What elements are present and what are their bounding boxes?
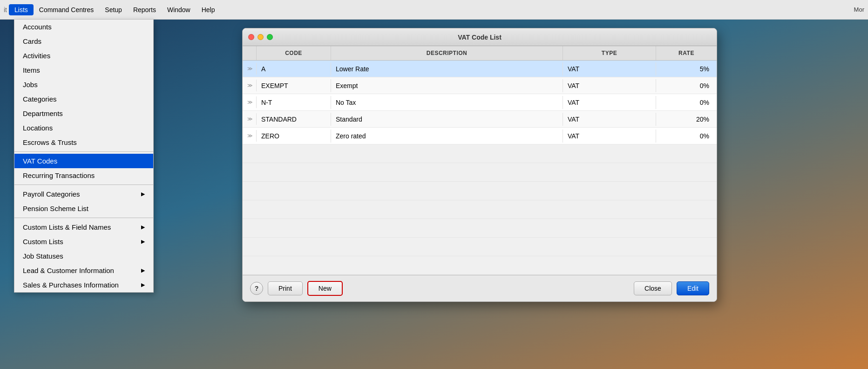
dropdown-item-jobs[interactable]: Jobs: [14, 77, 153, 92]
row-rate-2: 0%: [656, 79, 717, 92]
window-maximize-button[interactable]: [267, 34, 273, 40]
menu-window[interactable]: Window: [162, 4, 196, 15]
print-button[interactable]: Print: [268, 281, 303, 295]
lead-customer-arrow-icon: ▶: [141, 267, 145, 273]
row-rate-3: 0%: [656, 96, 717, 109]
row-code-3: N-T: [257, 96, 331, 109]
row-code-4: STANDARD: [257, 113, 331, 126]
menu-lists[interactable]: Lists: [9, 4, 34, 15]
close-button[interactable]: Close: [634, 281, 672, 295]
table-row[interactable]: ≫ EXEMPT Exempt VAT 0%: [243, 77, 717, 94]
window-titlebar: VAT Code List: [243, 28, 717, 46]
window-title: VAT Code List: [458, 34, 502, 41]
dropdown-item-custom-lists-field[interactable]: Custom Lists & Field Names ▶: [14, 220, 153, 234]
payroll-arrow-icon: ▶: [141, 191, 145, 197]
separator-2: [14, 184, 153, 185]
window-minimize-button[interactable]: [258, 34, 264, 40]
menu-command-centres[interactable]: Command Centres: [34, 4, 100, 15]
dropdown-item-sales-purchases[interactable]: Sales & Purchases Information ▶: [14, 278, 153, 292]
empty-row: [243, 200, 717, 219]
col-code: CODE: [257, 46, 331, 60]
empty-rows-area: [243, 144, 717, 275]
separator-1: [14, 151, 153, 152]
dropdown-item-payroll-categories[interactable]: Payroll Categories ▶: [14, 187, 153, 201]
row-code-2: EXEMPT: [257, 79, 331, 92]
custom-lists-field-arrow-icon: ▶: [141, 224, 145, 230]
col-arrow: [243, 46, 257, 60]
table-row[interactable]: ≫ N-T No Tax VAT 0%: [243, 94, 717, 111]
row-description-4: Standard: [331, 113, 563, 126]
row-type-1: VAT: [563, 62, 656, 75]
table-row[interactable]: ≫ A Lower Rate VAT 5%: [243, 61, 717, 77]
empty-row: [243, 163, 717, 182]
col-rate: RATE: [656, 46, 717, 60]
row-arrow-1: ≫: [243, 63, 257, 75]
dropdown-item-locations[interactable]: Locations: [14, 121, 153, 135]
dropdown-item-vat-codes[interactable]: VAT Codes: [14, 154, 153, 168]
row-code-5: ZERO: [257, 130, 331, 143]
row-rate-4: 20%: [656, 113, 717, 126]
sales-purchases-arrow-icon: ▶: [141, 282, 145, 288]
row-code-1: A: [257, 62, 331, 75]
empty-row: [243, 238, 717, 256]
dropdown-item-job-statuses[interactable]: Job Statuses: [14, 249, 153, 263]
empty-row: [243, 144, 717, 163]
dropdown-item-activities[interactable]: Activities: [14, 48, 153, 63]
new-button[interactable]: New: [307, 281, 343, 296]
menu-setup[interactable]: Setup: [99, 4, 128, 15]
table-row[interactable]: ≫ STANDARD Standard VAT 20%: [243, 111, 717, 128]
menu-more: Mor: [854, 6, 864, 13]
row-type-3: VAT: [563, 96, 656, 109]
table-header: CODE DESCRIPTION TYPE RATE: [243, 46, 717, 61]
separator-3: [14, 218, 153, 218]
row-description-2: Exempt: [331, 79, 563, 92]
dropdown-item-escrows[interactable]: Escrows & Trusts: [14, 135, 153, 150]
row-arrow-4: ≫: [243, 113, 257, 125]
menu-bar: it Lists Command Centres Setup Reports W…: [0, 0, 868, 20]
row-rate-5: 0%: [656, 130, 717, 143]
dropdown-item-lead-customer[interactable]: Lead & Customer Information ▶: [14, 263, 153, 278]
dropdown-item-custom-lists[interactable]: Custom Lists ▶: [14, 234, 153, 249]
empty-row: [243, 256, 717, 275]
dropdown-item-accounts[interactable]: Accounts: [14, 20, 153, 34]
help-button[interactable]: ?: [250, 282, 263, 295]
empty-row: [243, 182, 717, 200]
row-arrow-2: ≫: [243, 80, 257, 91]
col-description: DESCRIPTION: [331, 46, 563, 60]
row-rate-1: 5%: [656, 62, 717, 75]
row-arrow-5: ≫: [243, 130, 257, 142]
row-arrow-3: ≫: [243, 96, 257, 108]
dropdown-item-departments[interactable]: Departments: [14, 106, 153, 121]
custom-lists-arrow-icon: ▶: [141, 239, 145, 245]
empty-row: [243, 219, 717, 238]
table-row[interactable]: ≫ ZERO Zero rated VAT 0%: [243, 128, 717, 144]
menu-reports[interactable]: Reports: [128, 4, 162, 15]
window-footer: ? Print New Close Edit: [243, 275, 717, 301]
col-type: TYPE: [563, 46, 656, 60]
window-controls: [248, 34, 273, 40]
row-description-3: No Tax: [331, 96, 563, 109]
dropdown-item-cards[interactable]: Cards: [14, 34, 153, 48]
dropdown-item-recurring[interactable]: Recurring Transactions: [14, 168, 153, 183]
menu-edit-partial: it: [4, 6, 7, 14]
menu-help[interactable]: Help: [196, 4, 221, 15]
dropdown-item-pension[interactable]: Pension Scheme List: [14, 201, 153, 216]
vat-table: CODE DESCRIPTION TYPE RATE ≫ A Lower Rat…: [243, 46, 717, 275]
dropdown-item-categories[interactable]: Categories: [14, 92, 153, 106]
edit-button[interactable]: Edit: [677, 281, 709, 295]
row-type-4: VAT: [563, 113, 656, 126]
row-type-5: VAT: [563, 130, 656, 143]
lists-dropdown: Accounts Cards Activities Items Jobs Cat…: [14, 20, 154, 293]
vat-code-list-window: VAT Code List CODE DESCRIPTION TYPE RATE…: [242, 28, 717, 302]
row-description-1: Lower Rate: [331, 62, 563, 75]
row-description-5: Zero rated: [331, 130, 563, 143]
window-close-button[interactable]: [248, 34, 254, 40]
row-type-2: VAT: [563, 79, 656, 92]
dropdown-item-items[interactable]: Items: [14, 63, 153, 77]
